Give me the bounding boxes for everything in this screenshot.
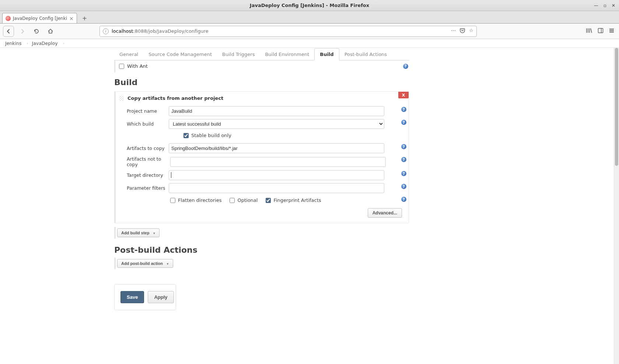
which-build-select[interactable]: Latest successful build — [169, 119, 384, 129]
help-icon[interactable]: ? — [401, 184, 406, 189]
window-title: JavaDeploy Config [Jenkins] - Mozilla Fi… — [250, 3, 369, 8]
breadcrumb: Jenkins › JavaDeploy › — [0, 39, 619, 48]
flatten-directories-checkbox[interactable] — [170, 198, 175, 203]
chevron-right-icon: › — [27, 41, 28, 45]
label-stable-only: Stable build only — [191, 133, 231, 138]
svg-rect-0 — [598, 28, 603, 33]
add-post-build-action-button[interactable]: Add post-build action ▼ — [117, 259, 173, 268]
fingerprint-wrap[interactable]: Fingerprint Artifacts — [266, 197, 321, 203]
optional-wrap[interactable]: Optional — [230, 197, 258, 203]
row-artifacts-to-copy: Artifacts to copy ? — [116, 142, 409, 155]
caret-down-icon: ▼ — [153, 232, 155, 235]
home-icon — [48, 28, 53, 34]
delete-step-button[interactable]: X — [398, 92, 409, 98]
back-button[interactable] — [3, 26, 14, 37]
with-ant-checkbox[interactable] — [119, 64, 124, 69]
close-window-icon[interactable]: ✕ — [612, 3, 615, 8]
row-target-directory: Target directory ? — [116, 169, 409, 182]
row-which-build: Which build Latest successful build ? — [116, 118, 409, 130]
add-build-step-wrap: Add build step ▼ — [114, 227, 160, 239]
url-path: :8088/job/JavaDeploy/configure — [133, 28, 208, 34]
tab-build-environment[interactable]: Build Environment — [260, 49, 314, 60]
help-icon[interactable]: ? — [401, 157, 406, 162]
minimize-icon[interactable]: — — [594, 3, 598, 8]
browser-tab-title: JavaDeploy Config [Jenki — [13, 16, 67, 21]
arrow-right-icon — [20, 28, 25, 34]
maximize-icon[interactable]: ▫ — [604, 3, 606, 8]
page-actions-icon[interactable]: ⋯ — [451, 28, 456, 35]
chevron-right-icon: › — [63, 41, 64, 45]
help-icon[interactable]: ? — [401, 171, 406, 176]
add-build-step-label: Add build step — [121, 231, 149, 235]
home-button[interactable] — [45, 26, 56, 37]
help-icon[interactable]: ? — [401, 120, 406, 125]
with-ant-row: With Ant ? — [114, 60, 409, 73]
row-project-name: Project name ? — [116, 105, 409, 118]
drag-handle-icon[interactable] — [119, 96, 124, 101]
tab-build[interactable]: Build — [314, 48, 339, 60]
project-name-input[interactable] — [169, 106, 384, 116]
section-build-heading: Build — [114, 73, 409, 91]
browser-tab-strip: JavaDeploy Config [Jenki × + — [0, 11, 619, 24]
tab-post-build-actions[interactable]: Post-build Actions — [339, 49, 392, 60]
flatten-directories-wrap[interactable]: Flatten directories — [170, 197, 221, 203]
sidebar-toggle-icon[interactable] — [598, 28, 604, 35]
config-panel: General Source Code Management Build Tri… — [114, 48, 409, 310]
reload-button[interactable] — [31, 26, 42, 37]
pocket-icon[interactable] — [459, 28, 465, 35]
row-options-checkboxes: Flatten directories Optional Fingerprint… — [116, 195, 409, 206]
advanced-button[interactable]: Advanced... — [368, 208, 402, 218]
page-content: General Source Code Management Build Tri… — [0, 48, 619, 364]
add-post-build-wrap: Add post-build action ▼ — [114, 258, 173, 269]
stable-only-checkbox[interactable] — [183, 133, 189, 138]
tab-general[interactable]: General — [114, 49, 143, 60]
url-bar-actions: ⋯ ☆ — [451, 28, 473, 35]
parameter-filters-input[interactable] — [169, 183, 384, 193]
help-icon[interactable]: ? — [403, 64, 408, 69]
toolbar-right-icons — [586, 28, 616, 35]
jenkins-favicon-icon — [6, 16, 11, 21]
url-bar[interactable]: i localhost:8088/job/JavaDeploy/configur… — [99, 26, 477, 37]
caret-down-icon: ▼ — [166, 262, 169, 266]
optional-checkbox[interactable] — [230, 198, 235, 203]
save-button[interactable]: Save — [120, 291, 144, 303]
window-controls: — ▫ ✕ — [594, 3, 618, 8]
label-project-name: Project name — [127, 108, 169, 114]
add-build-step-button[interactable]: Add build step ▼ — [117, 228, 160, 237]
artifacts-not-to-copy-input[interactable] — [170, 157, 386, 167]
scrollbar-thumb[interactable] — [615, 48, 618, 166]
row-parameter-filters: Parameter filters ? — [116, 182, 409, 195]
help-icon[interactable]: ? — [401, 197, 406, 202]
site-info-icon[interactable]: i — [103, 28, 109, 34]
library-icon[interactable] — [586, 28, 592, 35]
new-tab-button[interactable]: + — [80, 13, 89, 23]
target-directory-input[interactable] — [169, 170, 384, 180]
row-artifacts-not-to-copy: Artifacts not to copy ? — [116, 155, 409, 169]
forward-button — [17, 26, 28, 37]
label-which-build: Which build — [127, 121, 169, 127]
breadcrumb-root[interactable]: Jenkins — [5, 41, 21, 46]
reload-icon — [34, 28, 39, 34]
fingerprint-checkbox[interactable] — [266, 198, 271, 203]
help-icon[interactable]: ? — [401, 107, 406, 112]
row-advanced: Advanced... — [116, 206, 409, 223]
breadcrumb-job[interactable]: JavaDeploy — [32, 41, 57, 46]
label-flatten: Flatten directories — [178, 197, 221, 203]
scrollbar-track[interactable] — [614, 48, 619, 364]
browser-nav-toolbar: i localhost:8088/job/JavaDeploy/configur… — [0, 24, 619, 39]
window-title-bar: JavaDeploy Config [Jenkins] - Mozilla Fi… — [0, 0, 619, 11]
tab-scm[interactable]: Source Code Management — [143, 49, 217, 60]
text-cursor-icon — [171, 172, 171, 178]
label-artifacts-not-to-copy: Artifacts not to copy — [127, 156, 170, 167]
close-tab-icon[interactable]: × — [69, 15, 74, 21]
section-post-build-heading: Post-build Actions — [114, 239, 409, 258]
add-post-build-label: Add post-build action — [121, 261, 163, 266]
save-apply-box: Save Apply — [114, 284, 176, 310]
artifacts-to-copy-input[interactable] — [169, 143, 384, 153]
hamburger-menu-icon[interactable] — [609, 28, 615, 35]
bookmark-star-icon[interactable]: ☆ — [469, 28, 473, 35]
browser-tab-active[interactable]: JavaDeploy Config [Jenki × — [2, 13, 77, 23]
help-icon[interactable]: ? — [401, 144, 406, 149]
apply-button[interactable]: Apply — [148, 291, 174, 303]
tab-build-triggers[interactable]: Build Triggers — [217, 49, 260, 60]
